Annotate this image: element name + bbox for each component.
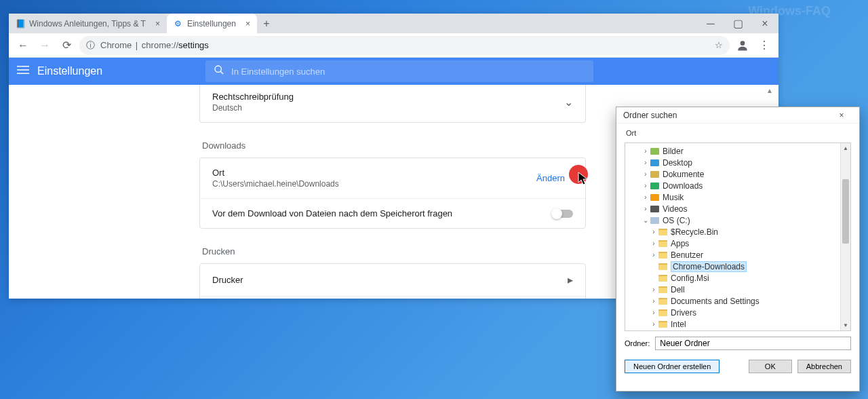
change-button[interactable]: Ändern [528, 169, 573, 187]
folder-icon [658, 251, 668, 259]
cancel-button[interactable]: Abbrechen [797, 360, 851, 373]
tree-item-label: Videos [663, 204, 687, 214]
tree-item[interactable]: ›Downloads [625, 180, 850, 191]
tree-caret-icon[interactable]: › [642, 170, 650, 178]
download-ask-toggle[interactable] [553, 210, 573, 218]
tree-item-label: $Recycle.Bin [671, 227, 718, 237]
tab-label-0: Windows Anleitungen, Tipps & T [29, 19, 146, 28]
settings-search[interactable] [205, 60, 593, 82]
folder-icon [658, 297, 668, 305]
tree-caret-icon[interactable]: › [650, 320, 658, 328]
tree-caret-icon[interactable]: › [642, 205, 650, 212]
reload-button[interactable]: ⟳ [58, 37, 75, 54]
folder-icon [658, 286, 668, 294]
tree-item-label: PerfLogs [671, 331, 703, 332]
downloads-section-title: Downloads [202, 140, 586, 151]
site-info-icon[interactable]: ⓘ [86, 39, 95, 52]
svg-point-4 [215, 66, 221, 72]
url-prefix: Chrome [100, 40, 132, 50]
tree-caret-icon[interactable]: › [642, 193, 650, 201]
highlight-marker [569, 165, 588, 184]
spellcheck-row[interactable]: Rechtschreibprüfung Deutsch ⌄ [200, 85, 585, 122]
spellcheck-value: Deutsch [212, 103, 564, 113]
gcp-row[interactable]: Google Cloud Print ▸ [200, 297, 585, 299]
tree-caret-icon[interactable]: › [650, 309, 658, 316]
spellcheck-label: Rechtschreibprüfung [212, 92, 564, 102]
printer-label: Drucker [212, 275, 568, 285]
tree-item[interactable]: ›Dokumente [625, 168, 850, 180]
scrollbar-up-icon[interactable]: ▲ [765, 87, 774, 96]
minimize-button[interactable]: ─ [697, 14, 724, 33]
folder-icon [650, 205, 660, 213]
folder-browse-dialog: Ordner suchen × Ort ›Bilder›Desktop›Doku… [616, 107, 860, 392]
tree-item-label: Downloads [663, 181, 703, 191]
tree-item-label: Dokumente [663, 170, 704, 179]
profile-button[interactable] [734, 37, 751, 54]
scroll-thumb[interactable] [842, 179, 849, 244]
tree-item[interactable]: ›Apps [625, 238, 850, 249]
tree-item[interactable]: ›PerfLogs [625, 330, 850, 331]
tab-close-1[interactable]: × [245, 19, 250, 28]
tree-item[interactable]: Chrome-Downloads [625, 261, 850, 272]
back-button[interactable]: ← [14, 37, 32, 54]
download-location-label: Ort [212, 168, 528, 178]
scroll-down-icon[interactable]: ▼ [841, 320, 850, 330]
settings-title: Einstellungen [37, 65, 102, 77]
settings-search-input[interactable] [231, 66, 585, 77]
new-folder-button[interactable]: Neuen Ordner erstellen [625, 360, 719, 373]
tree-item-label: Config.Msi [671, 273, 709, 283]
tree-item[interactable]: ›Drivers [625, 307, 850, 318]
svg-line-5 [220, 71, 223, 74]
tree-item[interactable]: ›Dell [625, 284, 850, 295]
printer-row[interactable]: Drucker ▸ [200, 264, 585, 297]
dialog-close-button[interactable]: × [831, 111, 852, 120]
folder-icon [650, 170, 660, 178]
tree-item[interactable]: ›Bilder [625, 145, 850, 157]
scroll-up-icon[interactable]: ▲ [841, 143, 850, 153]
dialog-tree[interactable]: ›Bilder›Desktop›Dokumente›Downloads›Musi… [625, 142, 851, 331]
tree-caret-icon[interactable]: › [650, 228, 658, 235]
print-card: Drucker ▸ Google Cloud Print ▸ [199, 263, 586, 299]
folder-icon [650, 193, 660, 202]
tree-item[interactable]: ›Videos [625, 203, 850, 214]
tree-item[interactable]: ›Desktop [625, 157, 850, 168]
tree-caret-icon[interactable]: ⌄ [642, 216, 650, 224]
tab-0[interactable]: 📘 Windows Anleitungen, Tipps & T × [9, 14, 167, 33]
tree-item[interactable]: ›Musik [625, 191, 850, 203]
dialog-subtitle: Ort [616, 124, 859, 142]
spellcheck-card: Rechtschreibprüfung Deutsch ⌄ [199, 85, 586, 123]
tree-caret-icon[interactable]: › [642, 159, 650, 166]
tab-close-0[interactable]: × [155, 19, 160, 28]
tab-favicon-1: ⚙ [174, 19, 183, 28]
omnibox[interactable]: ⓘ Chrome | chrome://settings ☆ [79, 36, 730, 55]
dialog-titlebar: Ordner suchen × [616, 107, 859, 124]
tree-item[interactable]: ›Benutzer [625, 249, 850, 261]
tree-caret-icon[interactable]: › [650, 297, 658, 305]
close-button[interactable]: × [751, 14, 778, 33]
tree-item[interactable]: Config.Msi [625, 272, 850, 284]
forward-button[interactable]: → [36, 37, 54, 54]
maximize-button[interactable]: ▢ [724, 14, 751, 33]
bookmark-star-icon[interactable]: ☆ [715, 40, 723, 50]
tree-caret-icon[interactable]: › [642, 182, 650, 189]
folder-icon [658, 309, 668, 317]
tree-caret-icon[interactable]: › [642, 147, 650, 155]
tree-scrollbar[interactable]: ▲ ▼ [840, 143, 850, 330]
tree-item-label: Desktop [663, 158, 692, 168]
tab-1[interactable]: ⚙ Einstellungen × [167, 14, 257, 33]
tree-item[interactable]: ⌄OS (C:) [625, 214, 850, 226]
tree-item[interactable]: ›Intel [625, 318, 850, 330]
hamburger-icon[interactable] [17, 64, 29, 79]
folder-icon [658, 240, 668, 248]
folder-input[interactable] [655, 337, 851, 350]
dialog-title: Ordner suchen [623, 111, 677, 120]
tree-item-label: Chrome-Downloads [671, 261, 747, 272]
menu-button[interactable]: ⋮ [755, 37, 773, 54]
tree-item[interactable]: ›Documents and Settings [625, 295, 850, 307]
tree-caret-icon[interactable]: › [650, 286, 658, 293]
tree-caret-icon[interactable]: › [650, 240, 658, 247]
tree-caret-icon[interactable]: › [650, 251, 658, 259]
tree-item[interactable]: ›$Recycle.Bin [625, 226, 850, 238]
ok-button[interactable]: OK [749, 360, 792, 373]
newtab-button[interactable]: + [257, 14, 276, 33]
